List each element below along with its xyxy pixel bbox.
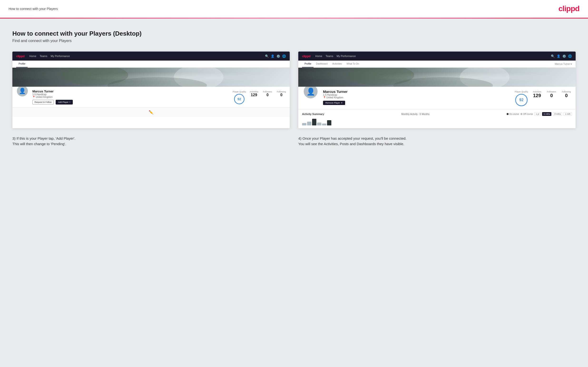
right-settings-icon[interactable]: ⚙️ <box>562 54 566 58</box>
activity-controls: On course Off course 1 yr 6 mths 3 mths … <box>507 112 572 116</box>
chevron-down-icon: ▾ <box>571 63 572 65</box>
right-tabs-left: Profile Dashboard Activities What To On <box>302 61 361 67</box>
golf-svg-left <box>12 68 290 87</box>
right-location-pin-icon: 📍 <box>323 96 326 99</box>
left-quality-circle: 92 <box>234 94 244 104</box>
screenshots-row: clippd Home Teams My Performance 🔍 👤 ⚙️ … <box>12 51 576 128</box>
clippd-logo: clippd <box>559 4 579 13</box>
period-3mths-button[interactable]: 3 mths <box>553 112 562 116</box>
plus-icon: + <box>69 101 70 103</box>
page-heading: How to connect with your Players (Deskto… <box>12 30 576 37</box>
right-player-location: 📍 United Kingdom <box>323 96 510 99</box>
left-nav-home[interactable]: Home <box>29 55 36 58</box>
period-1mth-button[interactable]: 1 mth <box>563 112 572 116</box>
globe-icon[interactable]: 🌐 <box>282 54 286 58</box>
tab-profile-left[interactable]: Profile <box>16 61 28 67</box>
description-right: 4) Once your Player has accepted your re… <box>298 136 576 147</box>
avatar-icon-right: 👤 <box>306 87 315 96</box>
left-app-navbar: clippd Home Teams My Performance 🔍 👤 ⚙️ … <box>12 51 290 61</box>
golf-course-image-left <box>12 68 290 87</box>
period-6mths-button[interactable]: 6 mths <box>542 112 551 116</box>
close-icon: ✕ <box>341 102 343 104</box>
left-player-handicap: 1-5 Handicap <box>32 93 229 96</box>
right-player-dropdown[interactable]: Marcus Turner ▾ <box>555 63 572 65</box>
left-player-info: Marcus Turner 1-5 Handicap 📍 United King… <box>32 90 229 105</box>
right-nav-performance[interactable]: My Performance <box>337 55 356 58</box>
right-player-profile: 👤 Marcus Turner 1-5 Handicap 📍 United Ki… <box>298 87 576 109</box>
main-content: How to connect with your Players (Deskto… <box>0 18 588 367</box>
right-stat-activities: Activities 129 <box>533 91 541 98</box>
left-player-profile: 👤 Marcus Turner 1-5 Handicap 📍 United Ki… <box>12 87 290 107</box>
on-course-dot <box>507 113 509 115</box>
descriptions-row: 3) If this is your Player tap, 'Add Play… <box>12 136 576 147</box>
tab-what-to-on-right[interactable]: What To On <box>344 61 362 67</box>
right-player-info: Marcus Turner 1-5 Handicap 📍 United King… <box>323 90 510 105</box>
chart-bar-1 <box>302 123 306 125</box>
left-stat-activities: Activities 129 <box>250 91 258 97</box>
right-quality-circle: 92 <box>515 94 527 106</box>
left-stat-followers: Followers 0 <box>263 91 272 97</box>
activity-chart <box>302 118 572 125</box>
left-stat-following: Following 0 <box>277 91 286 97</box>
left-nav-teams[interactable]: Teams <box>40 55 47 58</box>
user-icon[interactable]: 👤 <box>271 54 275 58</box>
right-stat-following: Following 0 <box>562 91 571 98</box>
left-nav-icons: 🔍 👤 ⚙️ 🌐 <box>265 54 286 58</box>
left-nav-performance[interactable]: My Performance <box>51 55 70 58</box>
remove-player-button[interactable]: Remove Player ✕ <box>323 101 345 105</box>
right-stats: Activities 129 Followers 0 Following 0 <box>533 90 571 98</box>
tab-dashboard-right[interactable]: Dashboard <box>313 61 330 67</box>
right-nav-home[interactable]: Home <box>315 55 322 58</box>
page-subheading: Find and connect with your Players <box>12 39 576 43</box>
left-nav-links: Home Teams My Performance <box>29 55 260 58</box>
activity-header: Activity Summary Monthly Activity · 6 Mo… <box>302 112 572 116</box>
on-course-legend: On course <box>507 113 519 115</box>
chart-bar-5 <box>322 124 326 125</box>
chart-bar-6 <box>327 120 331 125</box>
page-breadcrumb: How to connect with your Players <box>9 7 58 11</box>
avatar-icon-left: 👤 <box>19 88 26 94</box>
screenshot-left: clippd Home Teams My Performance 🔍 👤 ⚙️ … <box>12 51 290 128</box>
left-player-location: 📍 United Kingdom <box>32 96 229 98</box>
screenshot-right: clippd Home Teams My Performance 🔍 👤 ⚙️ … <box>298 51 576 128</box>
right-globe-icon[interactable]: 🌐 <box>568 54 572 58</box>
period-1yr-button[interactable]: 1 yr <box>534 112 541 116</box>
golf-svg-right <box>298 68 576 87</box>
tab-activities-right[interactable]: Activities <box>330 61 344 67</box>
left-player-actions: Request to Follow Add Player + <box>32 100 229 105</box>
right-player-name: Marcus Turner <box>323 90 510 94</box>
chart-bar-4 <box>317 123 321 125</box>
left-stats: Activities 129 Followers 0 Following 0 <box>250 90 286 97</box>
description-left: 3) If this is your Player tap, 'Add Play… <box>12 136 290 147</box>
golf-course-image-right <box>298 68 576 87</box>
top-bar: How to connect with your Players clippd <box>0 0 588 18</box>
right-nav-teams[interactable]: Teams <box>326 55 333 58</box>
right-nav-logo: clippd <box>302 54 311 58</box>
right-quality-container: Player Quality 92 <box>515 91 528 106</box>
location-pin-icon: 📍 <box>32 96 35 98</box>
chart-bar-2 <box>307 122 311 125</box>
right-quality-label: Player Quality <box>515 91 528 93</box>
left-quality-label: Player Quality <box>233 91 246 93</box>
off-course-dot <box>520 113 522 115</box>
activity-title: Activity Summary <box>302 113 324 116</box>
right-tab-bar: Profile Dashboard Activities What To On … <box>298 61 576 68</box>
settings-icon[interactable]: ⚙️ <box>277 54 280 58</box>
right-search-icon[interactable]: 🔍 <box>551 54 555 58</box>
right-user-icon[interactable]: 👤 <box>557 54 560 58</box>
right-stat-followers: Followers 0 <box>547 91 556 98</box>
left-screenshot-bottom: ✏️ <box>12 107 290 117</box>
add-player-button[interactable]: Add Player + <box>56 100 73 105</box>
left-nav-logo: clippd <box>16 54 25 58</box>
tab-profile-right[interactable]: Profile <box>302 61 313 67</box>
chart-bar-3 <box>312 119 316 125</box>
activity-period: Monthly Activity · 6 Months <box>401 113 429 116</box>
search-icon[interactable]: 🔍 <box>265 54 269 58</box>
request-to-follow-button[interactable]: Request to Follow <box>32 100 54 105</box>
right-player-actions: Remove Player ✕ <box>323 101 510 105</box>
left-player-name: Marcus Turner <box>32 90 229 93</box>
right-activity-summary: Activity Summary Monthly Activity · 6 Mo… <box>298 109 576 128</box>
off-course-legend: Off course <box>520 113 533 115</box>
right-nav-links: Home Teams My Performance <box>315 55 546 58</box>
right-nav-icons: 🔍 👤 ⚙️ 🌐 <box>551 54 572 58</box>
